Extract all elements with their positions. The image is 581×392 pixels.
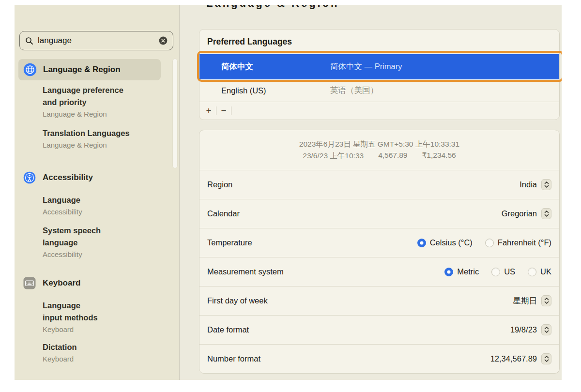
preview-short-date: 23/6/23 上午10:33 <box>303 151 364 161</box>
preview-line-2: 23/6/23 上午10:33 4,567.89 ₹1,234.56 <box>303 151 456 161</box>
result-title: System speech language <box>43 225 169 249</box>
clear-search-icon[interactable] <box>159 36 168 45</box>
result-title: Dictation <box>43 341 169 353</box>
preferred-languages-group: Preferred Languages 简体中文 简体中文 — Primary … <box>199 29 560 120</box>
result-subtitle: Language & Region <box>43 108 169 120</box>
system-settings-window: language Language & Region Language pref… <box>0 0 581 392</box>
setting-label: Region <box>207 180 232 189</box>
setting-row-date-format: Date format 19/8/23 <box>199 315 559 344</box>
accessibility-icon <box>23 171 36 184</box>
setting-label: Date format <box>207 325 249 334</box>
preview-line-1: 2023年6月23日 星期五 GMT+5:30 上午10:33:31 <box>299 139 459 150</box>
region-stepper[interactable] <box>541 179 551 190</box>
preview-currency: ₹1,234.56 <box>422 151 456 161</box>
radio-unselected-icon <box>528 268 536 276</box>
language-list-toolbar: + − <box>199 102 559 120</box>
search-input[interactable]: language <box>38 36 72 45</box>
preferred-languages-title: Preferred Languages <box>199 30 559 54</box>
globe-icon <box>23 63 37 76</box>
celsius-radio[interactable]: Celsius (°C) <box>417 238 473 247</box>
language-row-simplified-chinese[interactable]: 简体中文 简体中文 — Primary <box>199 54 559 79</box>
result-title: Language input methods <box>43 300 169 324</box>
clipped-page-title: Language & Region <box>206 5 410 12</box>
metric-radio[interactable]: Metric <box>444 267 479 276</box>
search-field[interactable]: language <box>19 31 173 50</box>
toolbar-separator <box>231 106 231 115</box>
radio-unselected-icon <box>491 268 500 276</box>
setting-label: First day of week <box>207 296 268 305</box>
radio-unselected-icon <box>485 239 494 247</box>
sidebar-item-language-input-methods[interactable]: Language input methods Keyboard <box>43 300 169 335</box>
main-panel: Language & Region Preferred Languages 简体… <box>179 5 562 380</box>
sidebar-item-system-speech-language[interactable]: System speech language Accessibility <box>43 225 169 260</box>
date-format-stepper[interactable] <box>541 324 551 335</box>
keyboard-icon <box>23 277 36 289</box>
result-subtitle: Keyboard <box>43 324 169 335</box>
language-name: English (US) <box>221 86 330 95</box>
result-subtitle: Language & Region <box>43 139 169 151</box>
fahrenheit-radio[interactable]: Fahrenheit (°F) <box>485 238 551 247</box>
result-subtitle: Accessibility <box>43 249 169 260</box>
result-title: Language preference and priority <box>43 84 169 108</box>
sidebar-item-keyboard[interactable]: Keyboard <box>15 274 179 292</box>
setting-label: Number format <box>207 354 260 363</box>
region-formats-group: 2023年6月23日 星期五 GMT+5:30 上午10:33:31 23/6/… <box>199 130 560 374</box>
language-row-english-us[interactable]: English (US) 英语（美国） <box>199 79 559 102</box>
sidebar-item-label: Accessibility <box>43 173 93 182</box>
uk-radio[interactable]: UK <box>528 267 551 276</box>
us-radio[interactable]: US <box>491 267 515 276</box>
setting-value: 星期日 <box>513 296 537 306</box>
remove-language-button[interactable]: − <box>216 102 231 120</box>
sidebar-item-translation-languages[interactable]: Translation Languages Language & Region <box>43 127 169 151</box>
setting-value: Gregorian <box>502 209 537 218</box>
number-format-stepper[interactable] <box>541 353 551 364</box>
setting-label: Calendar <box>207 209 240 218</box>
language-name: 简体中文 <box>221 61 330 72</box>
setting-value: 12,34,567.89 <box>490 354 537 363</box>
language-detail: 简体中文 — Primary <box>330 61 402 72</box>
radio-selected-icon <box>444 268 453 276</box>
setting-row-calendar: Calendar Gregorian <box>199 199 559 228</box>
setting-label: Temperature <box>207 238 252 247</box>
sidebar: language Language & Region Language pref… <box>15 5 179 380</box>
sidebar-item-dictation[interactable]: Dictation Keyboard <box>43 341 169 364</box>
search-icon <box>25 37 33 45</box>
sidebar-item-accessibility-language[interactable]: Language Accessibility <box>43 194 169 217</box>
result-subtitle: Accessibility <box>43 206 169 217</box>
format-preview: 2023年6月23日 星期五 GMT+5:30 上午10:33:31 23/6/… <box>199 130 559 170</box>
radio-selected-icon <box>417 239 426 247</box>
result-subtitle: Keyboard <box>43 353 169 364</box>
add-language-button[interactable]: + <box>201 102 216 120</box>
result-title: Language <box>43 194 169 206</box>
setting-row-measurement-system: Measurement system Metric US UK <box>199 257 559 286</box>
sidebar-item-language-region[interactable]: Language & Region <box>18 59 161 80</box>
sidebar-scrollbar[interactable] <box>173 59 177 168</box>
language-detail: 英语（美国） <box>330 85 378 96</box>
setting-row-number-format: Number format 12,34,567.89 <box>199 344 559 373</box>
setting-value: India <box>520 180 537 189</box>
calendar-stepper[interactable] <box>541 208 551 219</box>
sidebar-item-label: Language & Region <box>43 65 121 75</box>
setting-value: 19/8/23 <box>510 325 537 334</box>
setting-row-first-day-of-week: First day of week 星期日 <box>199 286 559 315</box>
sidebar-item-accessibility[interactable]: Accessibility <box>15 169 179 186</box>
setting-row-temperature: Temperature Celsius (°C) Fahrenheit (°F) <box>199 228 559 257</box>
setting-row-region: Region India <box>199 170 559 199</box>
sidebar-item-label: Keyboard <box>43 278 80 288</box>
result-title: Translation Languages <box>43 127 169 139</box>
first-day-stepper[interactable] <box>541 295 551 306</box>
preview-number: 4,567.89 <box>378 151 407 161</box>
setting-label: Measurement system <box>207 267 284 276</box>
sidebar-item-language-preference[interactable]: Language preference and priority Languag… <box>43 84 169 120</box>
